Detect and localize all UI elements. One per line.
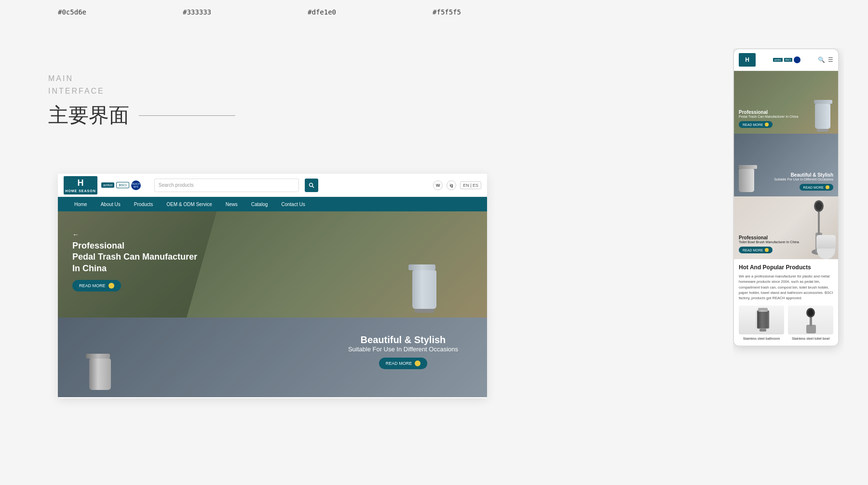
mobile-banner-2-text: Beautiful & Stylish Suitable For Use In … bbox=[774, 172, 833, 191]
search-button[interactable] bbox=[305, 179, 318, 192]
mobile-trash-lid-1 bbox=[814, 100, 832, 104]
svg-point-0 bbox=[309, 183, 312, 186]
hot-products-section: Hot And Popular Products We are a profes… bbox=[734, 259, 838, 346]
mobile-badge-bsci: BSCI bbox=[784, 58, 793, 62]
site-logo: H HOME SEASON bbox=[64, 176, 97, 194]
second-trash-can bbox=[87, 354, 113, 397]
svg-rect-10 bbox=[760, 329, 766, 332]
swatch-1: #0c5d6e bbox=[58, 8, 86, 16]
badge-reach: REACH NFS bbox=[131, 180, 141, 190]
logo-sub: HOME SEASON bbox=[65, 189, 96, 193]
mobile-read-more-1[interactable]: READ MORE bbox=[739, 121, 773, 128]
mobile-btn-dot-1 bbox=[765, 123, 769, 126]
mobile-search-icon[interactable]: 🔍 bbox=[818, 56, 825, 63]
mobile-menu-icon[interactable]: ☰ bbox=[828, 56, 833, 63]
nav-news[interactable]: News bbox=[219, 197, 244, 211]
nav-catalog[interactable]: Catalog bbox=[244, 197, 274, 211]
mobile-banner-2-desc: Suitable For Use In Different Occasions bbox=[774, 178, 833, 181]
search-bar[interactable]: Search products bbox=[154, 179, 299, 192]
mobile-badge-reach bbox=[794, 56, 800, 63]
hero-arrow: ← bbox=[72, 231, 197, 238]
mobile-read-more-3[interactable]: READ MORE bbox=[739, 247, 773, 253]
trash-can-lid bbox=[408, 264, 435, 270]
language-switch[interactable]: EN | ES bbox=[460, 181, 481, 189]
mobile-banner-1-title: Professional bbox=[739, 110, 798, 115]
mobile-trash-lid-2 bbox=[739, 165, 757, 169]
mobile-banner-1-desc: Pedal Trash Can Manufacturer In China bbox=[739, 115, 798, 118]
annotation-chinese: 主要界面 bbox=[48, 102, 235, 129]
badge-amfori: amfori bbox=[101, 182, 114, 188]
hot-product-1[interactable]: Stainless steel bathroom bbox=[739, 305, 784, 341]
hot-product-2[interactable]: Stainless steel toilet bowl bbox=[788, 305, 833, 341]
second-btn-dot bbox=[415, 360, 420, 366]
nav-products[interactable]: Products bbox=[127, 197, 160, 211]
mobile-read-more-2-label: READ MORE bbox=[803, 186, 824, 189]
annotation-main-en: MAININTERFACE bbox=[48, 72, 235, 97]
mobile-read-more-2[interactable]: READ MORE bbox=[800, 184, 833, 191]
nav-home[interactable]: Home bbox=[68, 197, 94, 211]
logo-letter: H bbox=[78, 178, 84, 188]
hot-product-1-image bbox=[739, 305, 784, 334]
mobile-banner-2-title: Beautiful & Stylish bbox=[774, 172, 833, 178]
svg-point-6 bbox=[815, 202, 822, 210]
hot-product-2-image bbox=[788, 305, 833, 334]
annotation-line bbox=[139, 115, 235, 116]
mobile-btn-dot-2 bbox=[826, 185, 829, 189]
nav-oem[interactable]: OEM & ODM Service bbox=[160, 197, 218, 211]
second-banner-text: Beautiful & Stylish Suitable For Use In … bbox=[348, 334, 458, 369]
mobile-read-more-3-label: READ MORE bbox=[743, 249, 763, 252]
mobile-trash-can-2 bbox=[739, 165, 758, 196]
nav-about[interactable]: About Us bbox=[94, 197, 127, 211]
annotation-area: MAININTERFACE 主要界面 bbox=[48, 72, 235, 129]
mobile-banner-3-text: Professional Toilet Bowl Brush Manufactu… bbox=[739, 235, 799, 253]
second-trash-body bbox=[89, 359, 111, 390]
mobile-badge-amfori: amfori bbox=[773, 58, 783, 62]
mobile-badges: amfori BSCI bbox=[773, 56, 801, 63]
hero-title: ProfessionalPedal Trash Can Manufacturer… bbox=[72, 240, 197, 274]
hero-read-more-button[interactable]: READ MORE bbox=[72, 280, 121, 291]
right-panel: H amfori BSCI 🔍 ☰ Professional Pedal bbox=[733, 48, 844, 468]
whatsapp-icon[interactable]: W bbox=[433, 180, 443, 190]
mobile-btn-dot-3 bbox=[765, 248, 769, 252]
instagram-icon[interactable]: ig bbox=[447, 180, 456, 190]
product-1-svg bbox=[753, 308, 770, 334]
hero-trash-can bbox=[410, 264, 439, 318]
hero-text: ← ProfessionalPedal Trash Can Manufactur… bbox=[72, 231, 197, 291]
hero-btn-label: READ MORE bbox=[79, 283, 106, 288]
mobile-toilet-shape bbox=[816, 235, 836, 259]
second-banner: Beautiful & Stylish Suitable For Use In … bbox=[58, 318, 487, 397]
search-placeholder: Search products bbox=[159, 182, 194, 188]
toilet-bowl bbox=[817, 249, 835, 259]
nav-contact[interactable]: Contact Us bbox=[274, 197, 312, 211]
mobile-trash-foot-1 bbox=[817, 129, 828, 132]
trash-can-foot bbox=[415, 309, 434, 313]
swatch-2: #333333 bbox=[183, 8, 211, 16]
trash-can-body bbox=[412, 270, 436, 309]
site-header: H HOME SEASON amfori BSCI REACH NFS Sear… bbox=[58, 174, 487, 197]
svg-line-1 bbox=[312, 186, 314, 188]
second-trash-lid bbox=[86, 354, 110, 359]
swatch-3: #dfe1e0 bbox=[308, 8, 336, 16]
second-btn-label: READ MORE bbox=[386, 361, 412, 366]
mobile-banner-1-text: Professional Pedal Trash Can Manufacture… bbox=[739, 110, 798, 128]
second-banner-subtitle: Suitable For Use In Different Occasions bbox=[348, 346, 458, 353]
mobile-logo: H bbox=[739, 53, 756, 67]
hot-products-desc: We are a professional manufacturer for p… bbox=[739, 274, 833, 301]
mobile-banner-3-desc: Toilet Bowl Brush Manufacturer In China bbox=[739, 240, 799, 244]
hot-products-grid: Stainless steel bathroom bbox=[739, 305, 833, 341]
hot-product-1-label: Stainless steel bathroom bbox=[739, 336, 784, 341]
color-swatches-bar: #0c5d6e #333333 #dfe1e0 #f5f5f5 bbox=[0, 0, 868, 24]
hero-banner: ← ProfessionalPedal Trash Can Manufactur… bbox=[58, 211, 487, 318]
svg-rect-11 bbox=[757, 310, 769, 329]
mobile-banner-3-title: Professional bbox=[739, 235, 799, 240]
mobile-trash-body-1 bbox=[815, 104, 830, 129]
mobile-header: H amfori BSCI 🔍 ☰ bbox=[734, 49, 838, 71]
product-2-svg bbox=[802, 308, 819, 334]
second-read-more-button[interactable]: READ MORE bbox=[379, 358, 428, 369]
badge-bsci: BSCI bbox=[116, 182, 129, 188]
svg-point-15 bbox=[808, 309, 814, 316]
site-nav: Home About Us Products OEM & ODM Service… bbox=[58, 197, 487, 211]
browser-mockup: H HOME SEASON amfori BSCI REACH NFS Sear… bbox=[58, 174, 487, 398]
hot-products-title: Hot And Popular Products bbox=[739, 264, 833, 271]
swatch-4: #f5f5f5 bbox=[433, 8, 461, 16]
